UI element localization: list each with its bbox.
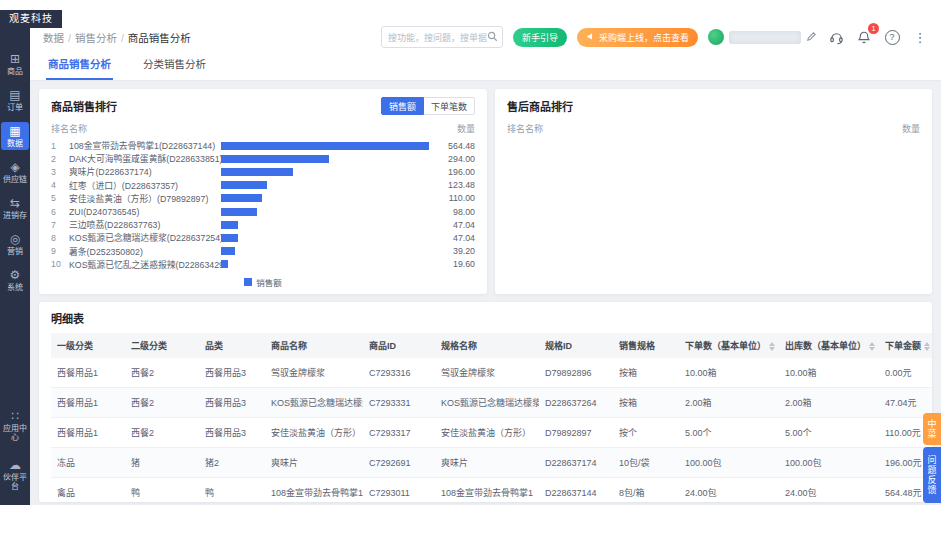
account-menu[interactable] (708, 28, 817, 46)
chart-item-name: ZUI(D240736545) (69, 207, 221, 217)
sidebar-item-products[interactable]: ⊞商品 (1, 50, 29, 78)
table-cell: 西餐用品1 (51, 418, 125, 448)
sort-icon[interactable] (924, 342, 930, 351)
detail-table-card: 明细表 一级分类二级分类品类商品名称商品ID规格名称规格ID销售规格下单数（基本… (39, 302, 932, 502)
support-headset-icon[interactable] (827, 28, 845, 46)
search-input[interactable]: 搜功能，搜问题，搜单据 (381, 26, 503, 48)
table-cell: 8包/箱 (613, 478, 679, 503)
chart-bar (221, 221, 238, 229)
user-name-redacted (729, 31, 801, 44)
chart-bar (221, 260, 228, 268)
sidebar-item-marketing[interactable]: ◎营销 (1, 230, 29, 258)
value-column-label: 数量 (874, 122, 920, 135)
sidebar-bottom-menu: ∷应用中心☁伙伴平台 (1, 407, 29, 493)
chart-value: 196.00 (429, 167, 475, 177)
floating-tab-feedback[interactable]: 问题反馈 (923, 447, 941, 503)
promo-button-label: 采购端上线，点击查看 (599, 31, 689, 44)
column-header[interactable]: 下单金额 (879, 333, 932, 358)
notification-bell-icon[interactable]: 1 (855, 28, 873, 46)
chart-bar (221, 234, 238, 242)
table-cell: 5.00个 (679, 418, 779, 448)
box-grid-icon: ⊞ (10, 53, 20, 66)
chart-bar (221, 155, 329, 163)
chart-bar-track (221, 234, 429, 242)
column-header[interactable]: 出库数（基本单位） (779, 333, 879, 358)
column-header[interactable]: 下单数（基本单位） (679, 333, 779, 358)
sort-icon[interactable] (869, 342, 875, 351)
sort-icon[interactable] (769, 342, 775, 351)
chart-row: 10KOS甄源已忆乱之迷惑报辣(D228634296)19.60 (51, 258, 475, 271)
chart-item-name: KOS甄源已忆乱之迷惑报辣(D228634296) (69, 258, 221, 271)
chart-row: 7三边喷荔(D228637763)47.04 (51, 218, 475, 231)
gear-icon: ⚙ (10, 269, 21, 282)
marketing-icon: ◎ (10, 233, 20, 246)
analysis-tabs: 商品销售分析分类销售分析 (30, 54, 941, 81)
table-row: 西餐用品1西餐2西餐用品3驾驭金牌檬浆C7293316驾驭金牌檬浆D798928… (51, 358, 932, 388)
chart-value: 47.04 (429, 220, 475, 230)
chart-bar (221, 168, 293, 176)
search-placeholder: 搜功能，搜问题，搜单据 (388, 31, 487, 44)
table-cell: 西餐用品3 (199, 388, 265, 418)
chart-value: 39.20 (429, 246, 475, 256)
notification-badge: 1 (868, 23, 879, 34)
tab-分类销售分析[interactable]: 分类销售分析 (141, 56, 208, 80)
more-menu-icon[interactable]: ⋮ (911, 28, 929, 46)
edit-pencil-icon[interactable] (806, 28, 817, 46)
sidebar-item-system[interactable]: ⚙系统 (1, 266, 29, 294)
table-cell: 按个 (613, 418, 679, 448)
chart-rank: 1 (51, 141, 69, 151)
table-cell: D228637264 (539, 388, 613, 418)
column-header: 二级分类 (125, 333, 199, 358)
chart-rank: 6 (51, 207, 69, 217)
chart-row: 6ZUI(D240736545)98.00 (51, 205, 475, 218)
sidebar-item-supply-chain[interactable]: ◈供应链 (1, 158, 29, 186)
sidebar-item-data[interactable]: ▦数据 (1, 122, 29, 150)
sidebar-item-app-center[interactable]: ∷应用中心 (1, 407, 29, 444)
chart-item-name: 红枣（进口）(D228637357) (69, 179, 221, 192)
floating-tab-meal[interactable]: 中菜 (923, 413, 941, 445)
promo-button[interactable]: 采购端上线，点击查看 (577, 28, 698, 47)
megaphone-icon (586, 32, 595, 43)
column-header: 品类 (199, 333, 265, 358)
table-cell: 鸭 (199, 478, 265, 503)
chart-rank: 4 (51, 180, 69, 190)
breadcrumb-item[interactable]: 销售分析 (75, 32, 117, 44)
table-cell: 鸭 (125, 478, 199, 503)
metric-toggle-group: 销售额下单笔数 (381, 97, 475, 115)
table-cell: KOS甄源已念糖瑞达檬浆 (265, 388, 363, 418)
table-cell: D228637144 (539, 478, 613, 503)
table-cell: 按箱 (613, 358, 679, 388)
sidebar-item-label: 系统 (2, 283, 29, 292)
chart-rank: 3 (51, 167, 69, 177)
table-row: 禽品鸭鸭108金宣带劲去骨鸭掌1C7293011108金宣带劲去骨鸭掌1D228… (51, 478, 932, 503)
chart-value: 19.60 (429, 259, 475, 269)
breadcrumb-item[interactable]: 数据 (43, 32, 64, 44)
app-logo: 观麦科技 (0, 10, 62, 28)
table-cell: 西餐用品3 (199, 358, 265, 388)
cloud-icon: ☁ (9, 459, 21, 472)
chart-row: 4红枣（进口）(D228637357)123.48 (51, 179, 475, 192)
sidebar-item-label: 伙伴平台 (2, 473, 29, 491)
table-cell: 西餐2 (125, 358, 199, 388)
help-icon[interactable]: ? (883, 28, 901, 46)
table-cell: 24.00包 (779, 478, 879, 503)
table-cell: 安佳淡盐黄油（方形） (265, 418, 363, 448)
guide-button[interactable]: 新手引导 (513, 28, 567, 47)
sidebar-item-orders[interactable]: ▤订单 (1, 86, 29, 114)
chart-row: 1108金宣带劲去骨鸭掌1(D228637144)564.48 (51, 139, 475, 152)
sidebar-item-label: 营销 (2, 247, 29, 256)
column-header: 规格ID (539, 333, 613, 358)
chart-legend: 销售额 (51, 276, 475, 288)
chart-rank: 8 (51, 233, 69, 243)
metric-toggle-button[interactable]: 销售额 (381, 97, 424, 115)
breadcrumb-separator: / (121, 32, 124, 44)
value-column-label: 数量 (429, 122, 475, 135)
main-content: 商品销售排行 销售额下单笔数 排名 名称 数量 1108金宣带劲去骨鸭掌1(D2… (30, 81, 941, 505)
chart-value: 110.00 (429, 193, 475, 203)
sidebar-item-partner-platform[interactable]: ☁伙伴平台 (1, 456, 29, 493)
sidebar-item-inventory[interactable]: ⇆进销存 (1, 194, 29, 222)
table-cell: 西餐2 (125, 388, 199, 418)
tab-商品销售分析[interactable]: 商品销售分析 (46, 56, 113, 80)
metric-toggle-button[interactable]: 下单笔数 (424, 97, 475, 115)
in-out-stock-icon: ⇆ (10, 197, 20, 210)
